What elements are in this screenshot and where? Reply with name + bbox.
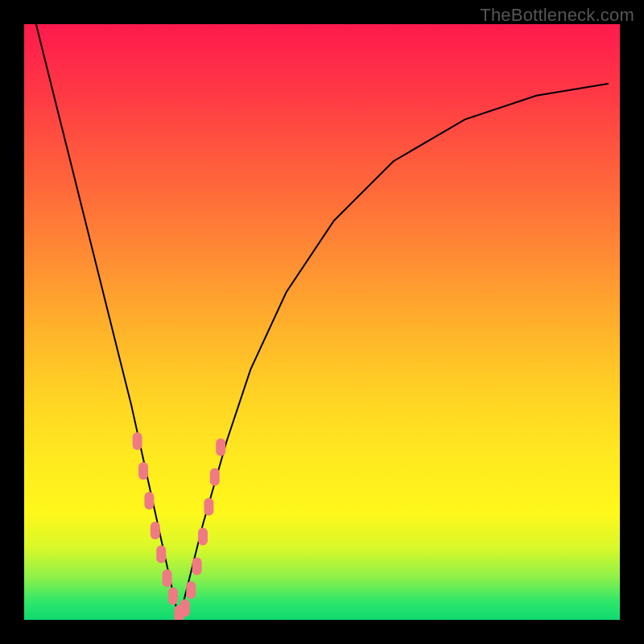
sample-points bbox=[133, 432, 226, 620]
sample-point bbox=[216, 438, 225, 456]
watermark-text: TheBottleneck.com bbox=[480, 5, 634, 26]
sample-point bbox=[210, 468, 220, 485]
sample-point bbox=[198, 527, 208, 545]
sample-point bbox=[151, 522, 160, 539]
sample-point bbox=[144, 492, 154, 510]
chart-frame: TheBottleneck.com bbox=[0, 0, 644, 644]
sample-point bbox=[156, 546, 166, 564]
sample-point bbox=[163, 569, 172, 587]
plot-area bbox=[24, 24, 620, 620]
sample-point bbox=[204, 497, 213, 515]
sample-point bbox=[180, 599, 190, 617]
chart-svg bbox=[24, 24, 620, 620]
bottleneck-curve bbox=[36, 24, 608, 620]
sample-point bbox=[138, 462, 148, 480]
sample-point bbox=[133, 432, 142, 450]
sample-point bbox=[192, 557, 202, 575]
sample-point bbox=[168, 587, 178, 605]
curve-right-branch bbox=[179, 84, 608, 620]
sample-point bbox=[186, 581, 196, 599]
